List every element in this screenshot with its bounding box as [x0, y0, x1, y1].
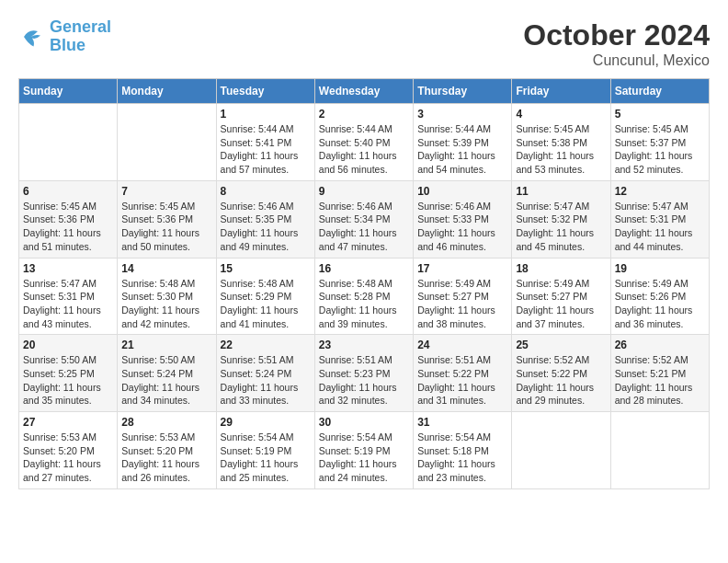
- day-number: 4: [516, 108, 606, 121]
- day-number: 29: [221, 416, 311, 429]
- location-subtitle: Cuncunul, Mexico: [523, 52, 710, 69]
- day-number: 25: [516, 339, 606, 351]
- header-saturday: Saturday: [610, 79, 709, 104]
- day-info: Sunrise: 5:50 AMSunset: 5:24 PMDaylight:…: [121, 353, 211, 408]
- table-row: 27Sunrise: 5:53 AMSunset: 5:20 PMDayligh…: [19, 412, 118, 489]
- day-info: Sunrise: 5:45 AMSunset: 5:37 PMDaylight:…: [615, 122, 705, 177]
- day-number: 9: [319, 185, 409, 198]
- day-number: 24: [417, 339, 507, 351]
- day-number: 1: [221, 108, 311, 121]
- table-row: 30Sunrise: 5:54 AMSunset: 5:19 PMDayligh…: [314, 412, 413, 489]
- table-row: [19, 104, 118, 181]
- calendar-row: 20Sunrise: 5:50 AMSunset: 5:25 PMDayligh…: [19, 335, 710, 412]
- day-info: Sunrise: 5:52 AMSunset: 5:22 PMDaylight:…: [516, 353, 606, 408]
- day-number: 23: [319, 339, 409, 351]
- logo-icon: [18, 23, 46, 51]
- day-info: Sunrise: 5:45 AMSunset: 5:36 PMDaylight:…: [121, 200, 211, 254]
- table-row: 6Sunrise: 5:45 AMSunset: 5:36 PMDaylight…: [19, 180, 118, 258]
- calendar-row: 13Sunrise: 5:47 AMSunset: 5:31 PMDayligh…: [19, 258, 710, 335]
- day-info: Sunrise: 5:45 AMSunset: 5:38 PMDaylight:…: [516, 122, 606, 177]
- header-wednesday: Wednesday: [314, 79, 413, 104]
- table-row: [118, 104, 216, 181]
- day-number: 6: [23, 185, 113, 198]
- day-info: Sunrise: 5:47 AMSunset: 5:32 PMDaylight:…: [516, 200, 606, 254]
- header-monday: Monday: [118, 79, 216, 104]
- day-number: 15: [221, 262, 311, 275]
- page-header: General Blue October 2024 Cuncunul, Mexi…: [18, 18, 710, 69]
- table-row: [610, 412, 709, 489]
- table-row: 7Sunrise: 5:45 AMSunset: 5:36 PMDaylight…: [118, 180, 216, 258]
- calendar-row: 6Sunrise: 5:45 AMSunset: 5:36 PMDaylight…: [19, 180, 710, 258]
- day-info: Sunrise: 5:44 AMSunset: 5:40 PMDaylight:…: [319, 122, 409, 177]
- day-number: 3: [417, 108, 507, 121]
- day-info: Sunrise: 5:44 AMSunset: 5:39 PMDaylight:…: [417, 122, 507, 177]
- title-block: October 2024 Cuncunul, Mexico: [523, 18, 710, 69]
- table-row: 13Sunrise: 5:47 AMSunset: 5:31 PMDayligh…: [19, 258, 118, 335]
- table-row: 22Sunrise: 5:51 AMSunset: 5:24 PMDayligh…: [216, 335, 314, 412]
- header-tuesday: Tuesday: [216, 79, 314, 104]
- day-number: 18: [516, 262, 606, 275]
- day-number: 30: [319, 416, 409, 429]
- day-info: Sunrise: 5:47 AMSunset: 5:31 PMDaylight:…: [23, 277, 113, 331]
- header-sunday: Sunday: [19, 79, 118, 104]
- day-number: 31: [417, 416, 507, 429]
- day-info: Sunrise: 5:44 AMSunset: 5:41 PMDaylight:…: [221, 122, 311, 177]
- table-row: 12Sunrise: 5:47 AMSunset: 5:31 PMDayligh…: [610, 180, 709, 258]
- day-info: Sunrise: 5:46 AMSunset: 5:35 PMDaylight:…: [221, 200, 311, 254]
- day-info: Sunrise: 5:53 AMSunset: 5:20 PMDaylight:…: [23, 431, 113, 485]
- table-row: 15Sunrise: 5:48 AMSunset: 5:29 PMDayligh…: [216, 258, 314, 335]
- table-row: 16Sunrise: 5:48 AMSunset: 5:28 PMDayligh…: [314, 258, 413, 335]
- table-row: 31Sunrise: 5:54 AMSunset: 5:18 PMDayligh…: [414, 412, 512, 489]
- day-info: Sunrise: 5:45 AMSunset: 5:36 PMDaylight:…: [23, 200, 113, 254]
- day-info: Sunrise: 5:46 AMSunset: 5:34 PMDaylight:…: [319, 200, 409, 254]
- table-row: 9Sunrise: 5:46 AMSunset: 5:34 PMDaylight…: [314, 180, 413, 258]
- day-info: Sunrise: 5:51 AMSunset: 5:24 PMDaylight:…: [221, 353, 311, 408]
- calendar-table: Sunday Monday Tuesday Wednesday Thursday…: [18, 78, 710, 489]
- table-row: 24Sunrise: 5:51 AMSunset: 5:22 PMDayligh…: [414, 335, 512, 412]
- table-row: 19Sunrise: 5:49 AMSunset: 5:26 PMDayligh…: [610, 258, 709, 335]
- day-info: Sunrise: 5:49 AMSunset: 5:26 PMDaylight:…: [615, 277, 705, 331]
- day-number: 28: [121, 416, 211, 429]
- table-row: 21Sunrise: 5:50 AMSunset: 5:24 PMDayligh…: [118, 335, 216, 412]
- day-number: 2: [319, 108, 409, 121]
- table-row: 1Sunrise: 5:44 AMSunset: 5:41 PMDaylight…: [216, 104, 314, 181]
- day-number: 12: [615, 185, 705, 198]
- table-row: 18Sunrise: 5:49 AMSunset: 5:27 PMDayligh…: [512, 258, 610, 335]
- day-number: 5: [615, 108, 705, 121]
- table-row: 8Sunrise: 5:46 AMSunset: 5:35 PMDaylight…: [216, 180, 314, 258]
- header-thursday: Thursday: [414, 79, 512, 104]
- day-info: Sunrise: 5:46 AMSunset: 5:33 PMDaylight:…: [417, 200, 507, 254]
- day-info: Sunrise: 5:54 AMSunset: 5:19 PMDaylight:…: [221, 431, 311, 485]
- day-info: Sunrise: 5:54 AMSunset: 5:19 PMDaylight:…: [319, 431, 409, 485]
- day-number: 16: [319, 262, 409, 275]
- day-info: Sunrise: 5:51 AMSunset: 5:22 PMDaylight:…: [417, 353, 507, 408]
- table-row: 2Sunrise: 5:44 AMSunset: 5:40 PMDaylight…: [314, 104, 413, 181]
- day-number: 26: [615, 339, 705, 351]
- day-number: 8: [221, 185, 311, 198]
- table-row: 23Sunrise: 5:51 AMSunset: 5:23 PMDayligh…: [314, 335, 413, 412]
- day-number: 11: [516, 185, 606, 198]
- table-row: 25Sunrise: 5:52 AMSunset: 5:22 PMDayligh…: [512, 335, 610, 412]
- day-number: 19: [615, 262, 705, 275]
- day-number: 10: [417, 185, 507, 198]
- day-number: 27: [23, 416, 113, 429]
- day-info: Sunrise: 5:53 AMSunset: 5:20 PMDaylight:…: [121, 431, 211, 485]
- day-number: 7: [121, 185, 211, 198]
- day-info: Sunrise: 5:54 AMSunset: 5:18 PMDaylight:…: [417, 431, 507, 485]
- day-info: Sunrise: 5:49 AMSunset: 5:27 PMDaylight:…: [417, 277, 507, 331]
- day-info: Sunrise: 5:49 AMSunset: 5:27 PMDaylight:…: [516, 277, 606, 331]
- calendar-header-row: Sunday Monday Tuesday Wednesday Thursday…: [19, 79, 710, 104]
- table-row: 3Sunrise: 5:44 AMSunset: 5:39 PMDaylight…: [414, 104, 512, 181]
- day-number: 14: [121, 262, 211, 275]
- table-row: 17Sunrise: 5:49 AMSunset: 5:27 PMDayligh…: [414, 258, 512, 335]
- day-info: Sunrise: 5:47 AMSunset: 5:31 PMDaylight:…: [615, 200, 705, 254]
- table-row: 20Sunrise: 5:50 AMSunset: 5:25 PMDayligh…: [19, 335, 118, 412]
- calendar-row: 27Sunrise: 5:53 AMSunset: 5:20 PMDayligh…: [19, 412, 710, 489]
- day-number: 17: [417, 262, 507, 275]
- day-number: 13: [23, 262, 113, 275]
- day-number: 21: [121, 339, 211, 351]
- table-row: 10Sunrise: 5:46 AMSunset: 5:33 PMDayligh…: [414, 180, 512, 258]
- calendar-row: 1Sunrise: 5:44 AMSunset: 5:41 PMDaylight…: [19, 104, 710, 181]
- table-row: 5Sunrise: 5:45 AMSunset: 5:37 PMDaylight…: [610, 104, 709, 181]
- table-row: 14Sunrise: 5:48 AMSunset: 5:30 PMDayligh…: [118, 258, 216, 335]
